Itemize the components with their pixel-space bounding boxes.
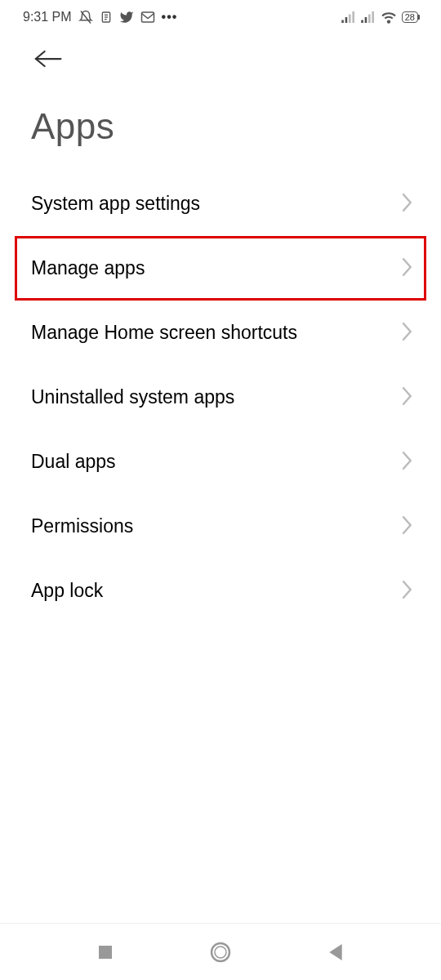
menu-label: Manage Home screen shortcuts bbox=[31, 322, 297, 344]
svg-rect-5 bbox=[141, 12, 154, 22]
menu-label: Manage apps bbox=[31, 257, 145, 279]
svg-rect-8 bbox=[349, 15, 351, 24]
menu-item-manage-home-shortcuts[interactable]: Manage Home screen shortcuts bbox=[0, 301, 441, 365]
document-icon bbox=[100, 11, 113, 24]
gmail-icon bbox=[140, 10, 155, 24]
signal-icon-1 bbox=[341, 11, 356, 23]
menu-item-dual-apps[interactable]: Dual apps bbox=[0, 430, 441, 494]
navigation-bar bbox=[0, 923, 441, 980]
status-bar: 9:31 PM ••• 28 bbox=[0, 0, 441, 31]
twitter-icon bbox=[119, 10, 134, 24]
nav-recent-button[interactable] bbox=[97, 944, 114, 960]
menu-item-permissions[interactable]: Permissions bbox=[0, 494, 441, 559]
svg-rect-10 bbox=[361, 20, 363, 24]
svg-rect-7 bbox=[345, 17, 347, 23]
chevron-right-icon bbox=[402, 258, 413, 279]
menu-label: App lock bbox=[31, 580, 103, 602]
menu-label: Dual apps bbox=[31, 451, 116, 473]
svg-point-14 bbox=[388, 20, 390, 22]
chevron-right-icon bbox=[402, 516, 413, 537]
wifi-icon bbox=[381, 11, 397, 24]
svg-rect-9 bbox=[352, 11, 354, 23]
notification-mute-icon bbox=[78, 10, 93, 24]
menu-list: System app settings Manage apps Manage H… bbox=[0, 172, 441, 623]
menu-item-system-app-settings[interactable]: System app settings bbox=[0, 172, 441, 236]
svg-point-18 bbox=[215, 947, 226, 958]
chevron-right-icon bbox=[402, 452, 413, 473]
nav-back-button[interactable] bbox=[327, 943, 344, 961]
svg-rect-6 bbox=[341, 20, 344, 24]
nav-home-button[interactable] bbox=[209, 941, 232, 964]
chevron-right-icon bbox=[402, 194, 413, 215]
svg-rect-12 bbox=[368, 15, 371, 24]
battery-indicator: 28 bbox=[402, 11, 418, 23]
menu-item-uninstalled-system-apps[interactable]: Uninstalled system apps bbox=[0, 365, 441, 430]
status-time: 9:31 PM bbox=[23, 10, 72, 24]
status-left: 9:31 PM ••• bbox=[23, 10, 177, 24]
chevron-right-icon bbox=[402, 581, 413, 602]
status-right: 28 bbox=[341, 11, 418, 24]
chevron-right-icon bbox=[402, 387, 413, 408]
svg-rect-11 bbox=[364, 17, 367, 23]
svg-rect-16 bbox=[99, 946, 112, 959]
menu-item-app-lock[interactable]: App lock bbox=[0, 559, 441, 623]
menu-label: System app settings bbox=[31, 193, 200, 215]
svg-rect-13 bbox=[372, 11, 374, 23]
chevron-right-icon bbox=[402, 323, 413, 344]
page-title: Apps bbox=[0, 74, 441, 172]
menu-item-manage-apps[interactable]: Manage apps bbox=[15, 236, 426, 301]
svg-marker-19 bbox=[330, 944, 342, 960]
more-icon: ••• bbox=[162, 10, 178, 24]
menu-label: Permissions bbox=[31, 515, 133, 537]
menu-label: Uninstalled system apps bbox=[31, 386, 234, 408]
back-button[interactable] bbox=[0, 31, 441, 74]
signal-icon-2 bbox=[361, 11, 376, 23]
